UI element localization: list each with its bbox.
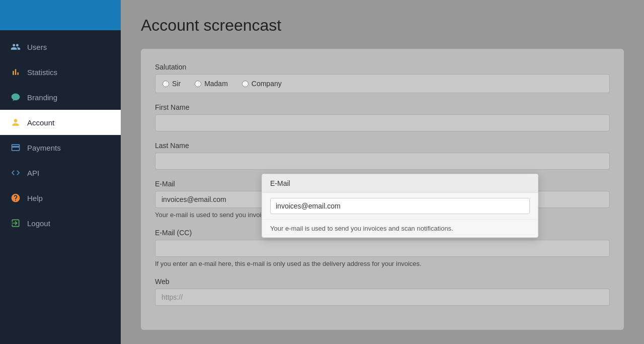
salutation-company-radio[interactable] — [242, 81, 249, 87]
salutation-sir-radio[interactable] — [163, 81, 169, 87]
branding-icon — [10, 92, 21, 103]
salutation-label: Salutation — [155, 63, 610, 71]
sidebar-nav: Users Statistics Branding Account Paymen — [0, 30, 121, 344]
sidebar-item-branding-label: Branding — [27, 93, 57, 102]
page-title: Account screencast — [141, 16, 624, 35]
salutation-group: Salutation Sir Madam Company — [155, 63, 610, 93]
sidebar-item-statistics[interactable]: Statistics — [0, 59, 121, 85]
first-name-group: First Name — [155, 103, 610, 131]
sidebar-item-statistics-label: Statistics — [27, 68, 57, 77]
first-name-label: First Name — [155, 103, 610, 111]
tooltip-header: E-Mail — [262, 174, 538, 193]
email-cc-hint: If you enter an e-mail here, this e-mail… — [155, 260, 610, 267]
salutation-madam-option[interactable]: Madam — [195, 80, 228, 88]
sidebar-item-logout[interactable]: Logout — [0, 211, 121, 236]
statistics-icon — [10, 66, 21, 78]
sidebar-item-payments-label: Payments — [27, 144, 61, 152]
web-group: Web — [155, 278, 610, 306]
web-input[interactable] — [155, 289, 610, 306]
sidebar-item-account-label: Account — [27, 118, 54, 127]
last-name-group: Last Name — [155, 142, 610, 170]
last-name-label: Last Name — [155, 142, 610, 150]
salutation-sir-option[interactable]: Sir — [163, 80, 181, 88]
salutation-radio-group: Sir Madam Company — [155, 74, 610, 93]
sidebar-item-branding[interactable]: Branding — [0, 85, 121, 110]
users-icon — [10, 41, 21, 52]
sidebar-item-help[interactable]: Help — [0, 185, 121, 211]
last-name-input[interactable] — [155, 153, 610, 170]
tooltip-hint: Your e-mail is used to send you invoices… — [262, 220, 538, 237]
salutation-madam-radio[interactable] — [195, 81, 201, 87]
account-icon — [10, 117, 21, 128]
sidebar: Users Statistics Branding Account Paymen — [0, 0, 121, 344]
first-name-input[interactable] — [155, 114, 610, 131]
sidebar-item-users-label: Users — [27, 43, 47, 51]
sidebar-item-payments[interactable]: Payments — [0, 135, 121, 160]
sidebar-item-api[interactable]: API — [0, 160, 121, 185]
tooltip-email-input[interactable] — [270, 198, 530, 214]
sidebar-item-users[interactable]: Users — [0, 34, 121, 59]
email-tooltip-popup: E-Mail Your e-mail is used to send you i… — [262, 174, 538, 238]
sidebar-header — [0, 0, 121, 30]
sidebar-item-account[interactable]: Account — [0, 110, 121, 135]
salutation-company-option[interactable]: Company — [242, 80, 282, 88]
sidebar-item-help-label: Help — [27, 194, 43, 202]
help-icon — [10, 192, 21, 203]
logout-icon — [10, 218, 21, 229]
api-icon — [10, 167, 21, 178]
web-label: Web — [155, 278, 610, 286]
tooltip-input-wrapper — [262, 193, 538, 220]
email-cc-input[interactable] — [155, 240, 610, 257]
sidebar-item-logout-label: Logout — [27, 219, 50, 228]
payments-icon — [10, 142, 21, 153]
sidebar-item-api-label: API — [27, 169, 39, 177]
main-content: Account screencast Salutation Sir Madam … — [121, 0, 644, 344]
